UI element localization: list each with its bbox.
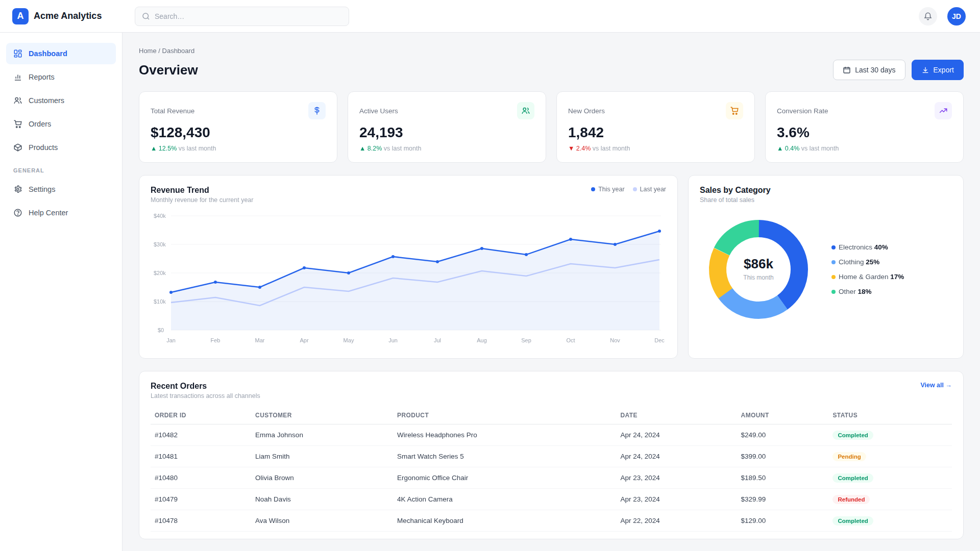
svg-text:$0: $0: [158, 327, 164, 333]
svg-text:Apr: Apr: [300, 337, 308, 343]
svg-text:$20k: $20k: [154, 270, 166, 276]
svg-text:$86k: $86k: [744, 256, 773, 271]
svg-text:Aug: Aug: [477, 337, 487, 343]
svg-text:May: May: [344, 337, 354, 343]
svg-text:$10k: $10k: [154, 298, 166, 305]
svg-text:$30k: $30k: [154, 241, 166, 247]
svg-text:Mar: Mar: [255, 337, 265, 343]
svg-text:Nov: Nov: [610, 337, 620, 343]
svg-text:Sep: Sep: [521, 337, 531, 343]
svg-text:$40k: $40k: [154, 213, 166, 219]
svg-text:Dec: Dec: [654, 337, 665, 343]
svg-text:Jun: Jun: [388, 337, 398, 343]
svg-text:Feb: Feb: [211, 337, 220, 343]
svg-text:Oct: Oct: [566, 337, 575, 343]
svg-text:Jul: Jul: [434, 337, 441, 343]
svg-text:Jan: Jan: [166, 337, 176, 343]
svg-text:This month: This month: [743, 274, 773, 281]
